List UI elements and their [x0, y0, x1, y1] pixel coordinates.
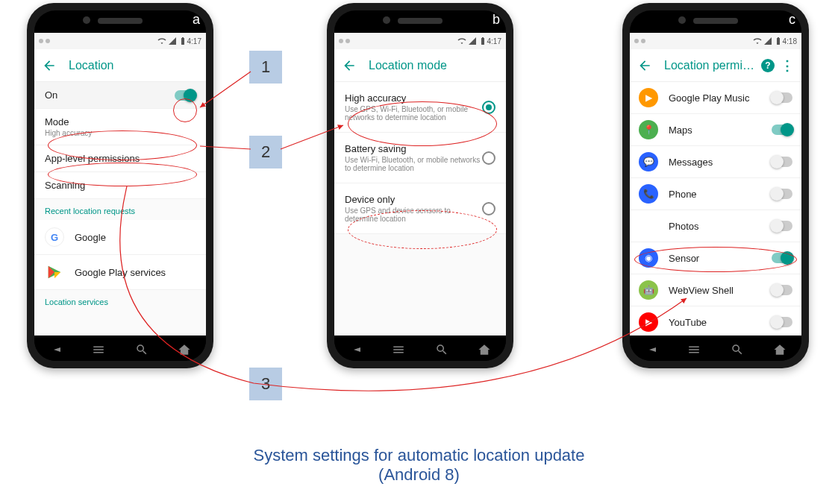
radio-battery-saving[interactable]: [482, 151, 495, 165]
diagram-caption: System settings for automatic location u…: [0, 446, 838, 485]
home-nav-icon[interactable]: [773, 343, 787, 356]
back-nav-icon[interactable]: [49, 343, 63, 356]
app-switch[interactable]: [772, 253, 792, 263]
app-switch[interactable]: [772, 317, 792, 327]
mode-row[interactable]: Mode High accuracy: [34, 109, 206, 145]
app-title: YouTube: [669, 317, 772, 328]
step-badge-3: 3: [249, 368, 282, 400]
app-row-5[interactable]: ◉Sensor: [630, 242, 801, 274]
opt1-title: Battery saving: [345, 143, 482, 154]
app-row-0[interactable]: ▶Google Play Music: [630, 82, 801, 114]
more-icon[interactable]: ⋮: [781, 57, 794, 74]
app-row-1[interactable]: 📍Maps: [630, 114, 801, 146]
app-row-3[interactable]: 📞Phone: [630, 178, 801, 210]
phone-a: a 4:17 Location On Mode High accuracy: [27, 3, 213, 368]
app-icon: ✦: [639, 216, 658, 236]
app-switch[interactable]: [772, 189, 792, 199]
scanning-row[interactable]: Scanning: [34, 172, 206, 199]
camera: [383, 16, 390, 24]
app-icon: ◉: [639, 248, 658, 268]
step-badge-2: 2: [249, 136, 282, 168]
app-icon: 💬: [639, 152, 658, 171]
nav-bar: [630, 336, 801, 361]
search-nav-icon[interactable]: [435, 343, 448, 356]
phone-c: c 4:18 Location permi… ? ⋮ ▶Google Play …: [622, 3, 809, 368]
back-nav-icon[interactable]: [349, 343, 363, 356]
play-services-icon: [45, 262, 64, 282]
radio-device-only[interactable]: [482, 202, 495, 215]
clock: 4:17: [187, 37, 201, 45]
menu-nav-icon[interactable]: [392, 343, 405, 356]
wifi-icon: [457, 37, 466, 45]
recent-google[interactable]: G Google: [34, 220, 206, 255]
device-only-row[interactable]: Device only Use GPS and device sensors t…: [334, 183, 506, 234]
radio-high-accuracy[interactable]: [482, 101, 495, 114]
app-row-7[interactable]: ▶YouTube: [630, 306, 801, 336]
caption-line2: (Android 8): [0, 465, 838, 485]
speaker: [98, 18, 143, 24]
phone-label-c: c: [789, 12, 795, 28]
opt0-sub: Use GPS, Wi-Fi, Bluetooth, or mobile net…: [345, 105, 482, 122]
clock: 4:18: [783, 37, 797, 45]
app-switch[interactable]: [772, 92, 792, 103]
back-icon[interactable]: [342, 58, 357, 73]
search-nav-icon[interactable]: [731, 343, 744, 356]
back-icon[interactable]: [42, 58, 57, 73]
high-accuracy-row[interactable]: High accuracy Use GPS, Wi-Fi, Bluetooth,…: [334, 82, 506, 133]
camera: [83, 16, 90, 24]
app-row-6[interactable]: 🤖WebView Shell: [630, 274, 801, 306]
app-icon: 🤖: [639, 280, 658, 300]
signal-icon: [763, 37, 772, 45]
app-row-2[interactable]: 💬Messages: [630, 146, 801, 178]
status-bar: 4:17: [34, 33, 206, 49]
app-title: Maps: [669, 125, 772, 136]
back-icon[interactable]: [637, 58, 652, 73]
app-permissions-title: App-level permissions: [45, 153, 196, 164]
recent-play-services[interactable]: Google Play services: [34, 255, 206, 290]
menu-nav-icon[interactable]: [92, 343, 105, 356]
app-icon: 📞: [639, 184, 658, 204]
signal-icon: [468, 37, 477, 45]
step-badge-1: 1: [249, 51, 282, 84]
wifi-icon: [753, 37, 762, 45]
screen: On Mode High accuracy App-level permissi…: [34, 82, 206, 336]
menu-nav-icon[interactable]: [687, 343, 701, 356]
page-title: Location mode: [369, 59, 498, 72]
app-switch[interactable]: [772, 285, 792, 295]
app-title: Phone: [669, 189, 772, 200]
app-title: Google Play Music: [669, 92, 772, 104]
camera: [678, 16, 686, 24]
opt2-title: Device only: [345, 194, 482, 205]
battery-icon: [178, 37, 187, 45]
app-switch[interactable]: [772, 157, 792, 167]
screen: High accuracy Use GPS, Wi-Fi, Bluetooth,…: [334, 82, 506, 336]
clock: 4:17: [487, 37, 501, 45]
page-title: Location permi…: [664, 59, 761, 72]
home-nav-icon[interactable]: [178, 343, 191, 356]
app-icon: 📍: [639, 120, 658, 139]
location-toggle-row[interactable]: On: [34, 82, 206, 109]
search-nav-icon[interactable]: [135, 343, 148, 356]
app-icon: ▶: [639, 88, 658, 107]
apps-list: ▶Google Play Music📍Maps💬Messages📞Phone✦P…: [630, 82, 801, 336]
status-bar: 4:18: [630, 33, 801, 49]
battery-saving-row[interactable]: Battery saving Use Wi-Fi, Bluetooth, or …: [334, 133, 506, 183]
app-switch[interactable]: [772, 221, 792, 231]
opt2-sub: Use GPS and device sensors to determine …: [345, 207, 482, 223]
google-icon: G: [45, 227, 64, 247]
help-icon[interactable]: ?: [761, 59, 775, 72]
app-row-4[interactable]: ✦Photos: [630, 210, 801, 242]
app-bar: Location permi… ? ⋮: [630, 49, 801, 82]
caption-line1: System settings for automatic location u…: [0, 446, 838, 465]
app-permissions-row[interactable]: App-level permissions: [34, 145, 206, 172]
recent-play-title: Google Play services: [75, 267, 196, 278]
home-nav-icon[interactable]: [478, 343, 491, 356]
phone-label-b: b: [493, 12, 500, 28]
location-switch[interactable]: [175, 90, 196, 101]
status-bar: 4:17: [334, 33, 506, 49]
nav-bar: [34, 336, 206, 361]
scanning-title: Scanning: [45, 180, 196, 191]
back-nav-icon[interactable]: [645, 343, 658, 356]
app-switch[interactable]: [772, 125, 792, 135]
phone-b: b 4:17 Location mode High accuracy Use G…: [327, 3, 513, 368]
